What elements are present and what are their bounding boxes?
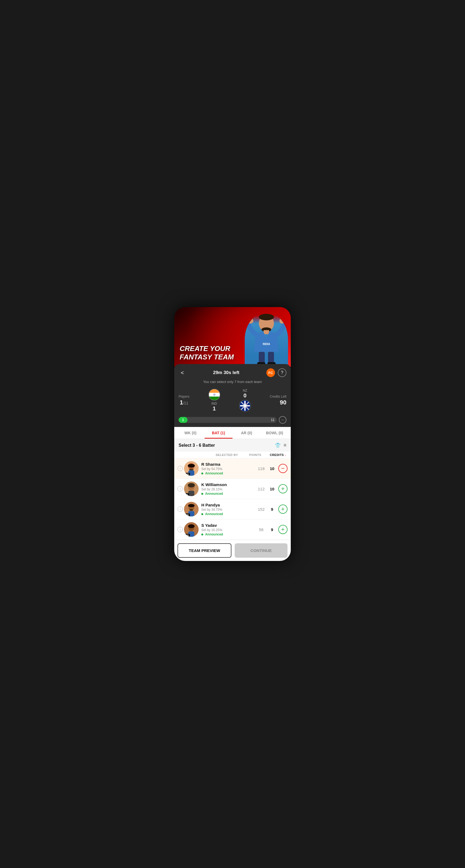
info-icon-k-williamson[interactable]: i [177,486,183,492]
add-button-s-yadav[interactable]: + [278,525,288,534]
points-k-williamson: 112 [255,487,268,491]
progress-bar: 1 11 [178,417,277,423]
back-button[interactable]: < [178,369,186,377]
announced-dot [201,513,203,515]
player-row-k-williamson: i NZ K Williamson Sel by 28.15% A [174,479,291,499]
main-card: < 29m 30s left FC ? You can select only … [174,364,291,561]
info-icon-r-sharma[interactable]: i [177,466,183,471]
credits-r-sharma: 10 [268,466,276,471]
tabs-row: WK (0) BAT (1) AR (0) BOWL (0) [174,427,291,439]
avatar-s-yadav: IND [184,522,199,537]
points-h-pandya: 152 [255,507,268,512]
nz-label: NZ [243,389,247,393]
players-current: 1 [180,399,183,406]
india-flag-inner: ⊙ [209,389,220,400]
team-badge-s-yadav: IND [184,534,190,537]
info-icon-s-yadav[interactable]: i [177,527,183,532]
svg-point-36 [188,524,195,528]
progress-minus-button[interactable]: − [279,416,287,424]
ind-count: 1 [213,405,216,412]
progress-row: 1 11 − [174,415,291,427]
announced-dot [201,493,203,495]
tab-ar[interactable]: AR (0) [232,427,261,439]
selection-hint: You can select only 7 from each team [174,379,291,386]
remove-button-r-sharma[interactable]: − [278,464,288,473]
sort-arrow-icon: ↓ [285,453,287,457]
svg-text:★: ★ [246,407,247,408]
chakra-symbol: ⊙ [213,393,215,396]
content-area: Select 3 - 6 Batter 👕 ≡ SELECTED BY POIN… [174,439,291,540]
svg-text:INDIA: INDIA [263,343,270,346]
player-name-k-williamson: K Williamson [201,482,255,487]
svg-point-27 [188,483,195,488]
svg-rect-28 [188,491,194,496]
player-info-h-pandya: H Pandya Sel by 34.75% Announced [201,503,255,516]
player-info-s-yadav: S Yadav Sel by 16.25% Announced [201,523,255,536]
flag-stripe-green [209,397,220,400]
player-row-s-yadav: i IND S Yadav Sel by 16.25% Annou [174,520,291,540]
announced-dot [201,533,203,535]
header-right: FC ? [266,368,287,377]
svg-point-23 [189,468,194,471]
player-info-r-sharma: R Sharma Sel by 54.75% Announced [201,462,255,475]
progress-fill: 1 [178,417,188,423]
avatar-r-sharma: IND [184,461,199,476]
nz-flag: ★ ★ ★ ★ [239,400,251,412]
bottom-bar: TEAM PREVIEW CONTINUE [174,540,291,561]
tab-bowl[interactable]: BOWL (0) [261,427,289,439]
tab-wk[interactable]: WK (0) [176,427,205,439]
team-badge-r-sharma: IND [184,473,190,476]
section-title: Select 3 - 6 Batter [178,443,215,448]
svg-rect-3 [264,330,269,334]
announced-r-sharma: Announced [201,471,255,475]
add-button-h-pandya[interactable]: + [278,504,288,514]
phone-container: CREATE YOUR FANTASY TEAM [174,307,291,561]
continue-button[interactable]: CONTINUE [235,543,288,558]
tab-bat[interactable]: BAT (1) [205,427,233,439]
add-button-k-williamson[interactable]: + [278,484,288,493]
fc-badge: FC [266,368,275,377]
nz-team-block: NZ 0 ★ ★ ★ ★ [239,389,251,412]
points-r-sharma: 118 [255,466,268,471]
player-info-k-williamson: K Williamson Sel by 28.15% Announced [201,482,255,496]
sel-by-s-yadav: Sel by 16.25% [201,528,255,532]
svg-point-31 [188,504,195,507]
players-total: /11 [183,401,188,405]
ind-team-block: ⊙ IND 1 [208,389,220,412]
section-icons: 👕 ≡ [275,442,287,448]
announced-k-williamson: Announced [201,492,255,496]
credits-s-yadav: 9 [268,527,276,532]
filter-icon[interactable]: ≡ [284,442,287,448]
score-row: Players 1/11 ⊙ IND 1 [174,386,291,415]
announced-h-pandya: Announced [201,512,255,516]
svg-point-22 [188,464,195,468]
credits-block: Credits Left 90 [270,395,287,406]
shirt-icon[interactable]: 👕 [275,442,281,448]
credits-h-pandya: 9 [268,507,276,512]
team-preview-button[interactable]: TEAM PREVIEW [177,543,231,558]
nz-count: 0 [243,393,246,399]
player-row-h-pandya: i IND H Pandya Sel by 34.75% [174,499,291,520]
players-block: Players 1/11 [178,395,190,406]
section-header: Select 3 - 6 Batter 👕 ≡ [174,439,291,452]
sel-by-h-pandya: Sel by 34.75% [201,508,255,512]
svg-point-32 [190,509,193,511]
team-badge-k-williamson: NZ [184,493,189,496]
player-name-r-sharma: R Sharma [201,462,255,467]
india-flag: ⊙ [208,389,220,401]
player-row-r-sharma: i IND R Sharma Sel by 54.75% [174,458,291,479]
hero-player: INDIA [245,312,288,367]
team-badge-h-pandya: IND [184,514,190,517]
svg-point-1 [259,314,274,320]
flag-stripe-white: ⊙ [209,393,220,396]
points-s-yadav: 56 [255,527,268,532]
help-button[interactable]: ? [278,368,287,377]
svg-text:★: ★ [244,405,245,407]
col-points: POINTS [246,453,265,457]
info-icon-h-pandya[interactable]: i [177,506,183,512]
ind-score-block: IND 1 [211,402,217,412]
announced-dot [201,472,203,474]
progress-start-num: 1 [180,418,186,422]
sel-by-r-sharma: Sel by 54.75% [201,467,255,471]
player-name-s-yadav: S Yadav [201,523,255,528]
